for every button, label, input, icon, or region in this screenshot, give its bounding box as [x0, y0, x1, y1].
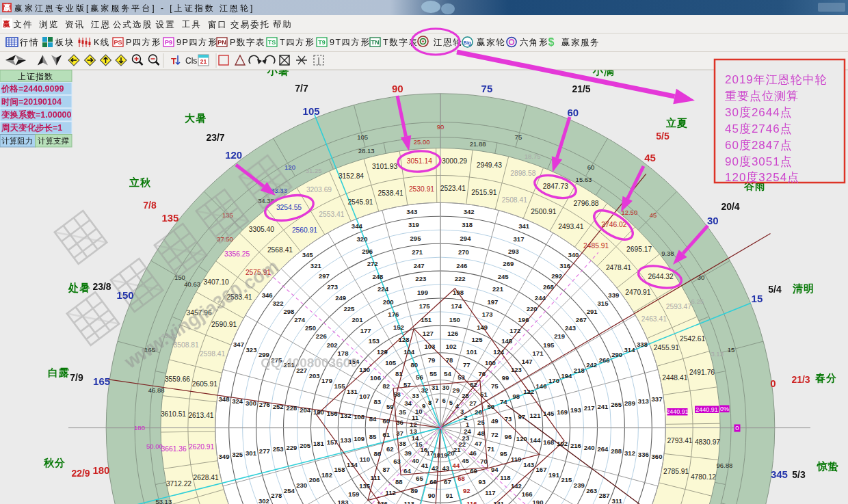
svg-text:134: 134 — [347, 461, 358, 468]
svg-text:312: 312 — [624, 449, 635, 457]
svg-text:240: 240 — [584, 444, 595, 451]
svg-text:2598.41: 2598.41 — [200, 350, 225, 358]
svg-text:2455.91: 2455.91 — [654, 344, 679, 352]
svg-text:91: 91 — [446, 492, 453, 499]
svg-text:313: 313 — [638, 397, 649, 405]
svg-text:12: 12 — [410, 421, 417, 428]
svg-text:60: 60 — [383, 417, 390, 425]
svg-text:289: 289 — [624, 399, 635, 407]
svg-text:106: 106 — [370, 374, 381, 382]
svg-text:99: 99 — [502, 374, 509, 382]
svg-text:27: 27 — [469, 399, 477, 407]
svg-text:3101.93: 3101.93 — [372, 163, 397, 170]
svg-text:5/3: 5/3 — [792, 469, 806, 480]
svg-text:135: 135 — [161, 212, 178, 224]
svg-text:60度2847点: 60度2847点 — [725, 139, 793, 152]
svg-text:254: 254 — [284, 487, 295, 494]
svg-text:156: 156 — [327, 410, 338, 417]
svg-text:清明: 清明 — [792, 282, 814, 294]
svg-text:341: 341 — [518, 222, 530, 230]
svg-text:147: 147 — [522, 358, 533, 365]
svg-text:0: 0 — [770, 377, 776, 389]
svg-text:3661.36: 3661.36 — [161, 445, 187, 453]
svg-text:290: 290 — [611, 351, 622, 358]
svg-text:帮助: 帮助 — [273, 20, 293, 29]
svg-text:15.63: 15.63 — [576, 176, 592, 183]
svg-text:2515.91: 2515.91 — [471, 189, 496, 196]
svg-text:87: 87 — [383, 466, 390, 473]
svg-text:98: 98 — [512, 393, 520, 400]
svg-text:220: 220 — [527, 305, 538, 313]
svg-text:229: 229 — [286, 444, 297, 451]
svg-text:93: 93 — [479, 478, 486, 486]
svg-text:252: 252 — [273, 403, 284, 410]
svg-text:59: 59 — [386, 403, 394, 410]
svg-text:54: 54 — [444, 370, 451, 377]
svg-text:2949.43: 2949.43 — [477, 161, 502, 169]
svg-text:赢家服务: 赢家服务 — [561, 38, 600, 47]
svg-text:75: 75 — [481, 83, 493, 94]
svg-text:2538.41: 2538.41 — [377, 189, 403, 197]
svg-text:36: 36 — [396, 419, 403, 426]
svg-text:30: 30 — [707, 215, 719, 226]
svg-text:T9: T9 — [318, 39, 326, 46]
svg-text:318: 318 — [462, 221, 473, 228]
svg-text:5/5: 5/5 — [656, 131, 670, 142]
svg-text:339: 339 — [608, 291, 619, 299]
svg-text:46: 46 — [469, 449, 477, 457]
svg-text:294: 294 — [460, 235, 472, 242]
svg-text:T四方形: T四方形 — [280, 38, 315, 47]
svg-text:242: 242 — [586, 361, 597, 369]
svg-text:Big: Big — [464, 40, 471, 46]
svg-text:325: 325 — [232, 451, 243, 458]
svg-text:153: 153 — [369, 337, 380, 345]
svg-text:180: 180 — [313, 408, 324, 416]
svg-text:35: 35 — [399, 408, 406, 416]
svg-text:324: 324 — [232, 397, 243, 405]
svg-text:重要点位测算: 重要点位测算 — [725, 90, 799, 103]
svg-text:88: 88 — [395, 478, 403, 486]
svg-text:124: 124 — [493, 348, 505, 356]
svg-text:2019年江恩轮中轮: 2019年江恩轮中轮 — [725, 73, 827, 86]
svg-text:337: 337 — [652, 395, 663, 403]
svg-text:2463.41: 2463.41 — [641, 315, 667, 323]
svg-text:81: 81 — [395, 370, 403, 377]
svg-text:18.75: 18.75 — [525, 152, 541, 160]
svg-text:交易委托: 交易委托 — [230, 20, 270, 29]
svg-text:206: 206 — [309, 476, 320, 483]
svg-text:17: 17 — [426, 449, 434, 457]
svg-text:TN: TN — [371, 39, 380, 46]
svg-text:92: 92 — [463, 487, 471, 494]
svg-text:2793.41: 2793.41 — [667, 437, 692, 445]
svg-text:171: 171 — [533, 349, 544, 357]
svg-text:135: 135 — [359, 482, 371, 490]
svg-text:8: 8 — [428, 399, 432, 406]
svg-text:107: 107 — [359, 393, 370, 400]
svg-text:120: 120 — [284, 163, 295, 171]
svg-text:132: 132 — [341, 412, 352, 419]
svg-text:270: 270 — [458, 248, 469, 256]
svg-text:50: 50 — [488, 403, 495, 410]
svg-text:293: 293 — [508, 248, 519, 255]
svg-text:29: 29 — [453, 386, 460, 394]
svg-text:9.38: 9.38 — [661, 250, 674, 257]
svg-text:311: 311 — [611, 497, 622, 504]
svg-text:9P四方形: 9P四方形 — [176, 38, 217, 47]
svg-text:131: 131 — [347, 388, 358, 395]
svg-text:205: 205 — [300, 442, 311, 449]
svg-text:345: 345 — [771, 468, 788, 480]
svg-text:272: 272 — [367, 260, 378, 267]
svg-text:25: 25 — [477, 419, 485, 426]
svg-text:3254.55: 3254.55 — [276, 204, 302, 211]
svg-text:2530.91: 2530.91 — [409, 185, 434, 193]
svg-text:127: 127 — [423, 330, 434, 337]
svg-text:40: 40 — [412, 457, 419, 464]
svg-text:赢家轮: 赢家轮 — [477, 38, 505, 47]
svg-text:215: 215 — [561, 476, 572, 483]
svg-text:2898.58: 2898.58 — [510, 170, 535, 177]
svg-text:110: 110 — [360, 455, 370, 463]
svg-text:169: 169 — [557, 408, 568, 416]
svg-text:P数字表: P数字表 — [230, 38, 265, 47]
svg-text:199: 199 — [417, 289, 428, 296]
svg-text:346: 346 — [262, 291, 273, 299]
